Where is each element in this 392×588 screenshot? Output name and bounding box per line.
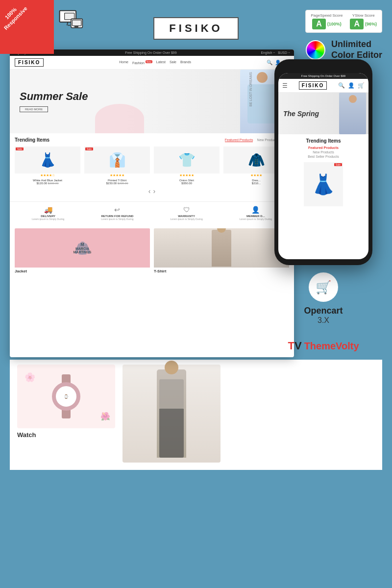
yslow-score: YSlow Score A (96%)	[350, 13, 377, 29]
nav-fashion: Fashion New	[132, 60, 152, 65]
phone-nav: ☰ FISIKO 🔍 👤 🛒	[278, 79, 368, 93]
scores-box: PageSpeed Score A (100%) YSlow Score A (…	[305, 10, 382, 33]
jacket-label: Jacket	[15, 269, 150, 273]
product-stars-2: ★★★★★	[84, 173, 150, 177]
category-section: M MARCIA MARTINUS 🧥 Jacket	[10, 224, 294, 277]
responsive-badge-text: 100% Responsive	[0, 0, 34, 36]
nav-home: Home	[119, 60, 128, 65]
phone-product-card: Sale 👗	[304, 162, 343, 206]
phone-outer: Free Shipping On Order Over $99 ☰ FISIKO…	[274, 59, 372, 265]
warranty-icon: 🛡	[153, 206, 220, 214]
features-row: 🚚 DELIVERY Lorem ipsum is Simply During …	[10, 201, 294, 224]
bottom-products-section: ⌚ 🌸 🌺 Watch	[10, 360, 382, 470]
feature-return: ↩ RETURN FOR REFUND Lorem ipsum is Simpl…	[84, 206, 150, 220]
yslow-grade: A	[350, 19, 364, 29]
pagespeed-value: (100%)	[327, 22, 342, 26]
sale-badge: Sale	[16, 147, 24, 150]
warranty-desc: Lorem ipsum is Simply During	[153, 218, 220, 220]
themevolty-section: TV ThemeVolty	[265, 335, 382, 357]
phone-search-icon: 🔍	[338, 82, 345, 89]
phone-nav-icons: 🔍 👤 🛒	[338, 82, 365, 89]
nav-sale: Sale	[170, 60, 176, 65]
themevolty-text: ThemeVolty	[304, 341, 359, 352]
products-row: Sale 👗 ★★★★☆ White And Blue Jacket $120.…	[15, 147, 289, 185]
phone-tab-new[interactable]: New Products	[313, 150, 334, 154]
delivery-icon: 🚚	[15, 206, 81, 214]
table-row: Sale 👔 ★★★★★ Printed T-Shirt $150.00 $20…	[84, 147, 150, 185]
mockup-nav-links: Home Fashion New Latest Sale Brands	[119, 60, 191, 65]
yslow-label: YSlow Score	[352, 13, 375, 18]
nav-brands: Brands	[180, 60, 191, 65]
hero-button[interactable]: READ MORE	[20, 106, 48, 112]
category-jacket: M MARCIA MARTINUS 🧥 Jacket	[15, 228, 150, 273]
yslow-value: (96%)	[365, 22, 377, 26]
table-row: Sale 👗 ★★★★☆ White And Blue Jacket $120.…	[15, 147, 80, 185]
pagespeed-grade: A	[312, 19, 326, 29]
themevolty-logo: TV ThemeVolty	[270, 340, 377, 352]
next-button[interactable]: ›	[153, 187, 156, 195]
desktop-icon	[59, 10, 83, 31]
mockup-hero: Summer Sale READ MORE BE LOST IN DREAMS	[10, 70, 294, 133]
trending-title: Trending Items	[15, 137, 49, 143]
sale-badge: Sale	[85, 147, 93, 150]
topbar-shipping: Free Shipping On Order Over $99	[125, 51, 176, 54]
svg-rect-5	[73, 20, 81, 26]
responsive-badge: 100% Responsive	[0, 0, 54, 54]
watch-image: ⌚ 🌸 🌺	[17, 365, 115, 428]
mockup-nav-logo: FISIKO	[15, 58, 44, 67]
svg-rect-6	[74, 26, 78, 27]
product-stars-3: ★★★★★	[154, 173, 220, 177]
jacket-image: M MARCIA MARTINUS 🧥	[15, 228, 150, 268]
phone-trending-title: Trending Items	[282, 138, 365, 144]
watch-label: Watch	[17, 431, 115, 439]
phone-topbar: Free Shipping On Order Over $99	[278, 73, 368, 79]
phone-sale-badge: Sale	[334, 163, 342, 166]
phone-tabs: Featured Products New Products Best Sell…	[282, 146, 365, 158]
logo-text: FISIKO	[169, 22, 222, 34]
feature-warranty: 🛡 WARRANTY Lorem ipsum is Simply During	[153, 206, 220, 220]
delivery-desc: Lorem ipsum is Simply During	[15, 218, 81, 220]
trending-header: Trending Items Featured Products New Pro…	[15, 137, 289, 143]
prev-button[interactable]: ‹	[148, 187, 151, 195]
phone-tab-best[interactable]: Best Seller Products	[308, 155, 339, 158]
product-stars-1: ★★★★☆	[15, 173, 80, 177]
phone-product-img: 👗	[304, 162, 343, 206]
tv-icon: TV	[288, 340, 301, 352]
tab-featured[interactable]: Featured Products	[225, 138, 253, 142]
tshirt-model-card	[122, 365, 220, 463]
phone-screen: Free Shipping On Order Over $99 ☰ FISIKO…	[278, 73, 368, 259]
hero-title: Summer Sale	[20, 91, 88, 102]
opencart-title: Opencart	[265, 306, 382, 316]
hero-watermark: BE LOST IN DREAMS	[249, 72, 252, 106]
nav-latest: Latest	[156, 60, 166, 65]
product-price-2: $150.00 $200.00	[84, 182, 150, 185]
phone-logo: FISIKO	[299, 81, 327, 90]
phone-hero-model	[339, 93, 366, 134]
watch-card: ⌚ 🌸 🌺 Watch	[17, 365, 115, 463]
phone-tab-featured[interactable]: Featured Products	[308, 146, 339, 149]
hamburger-icon: ☰	[282, 82, 288, 89]
trending-section: Trending Items Featured Products New Pro…	[10, 133, 294, 201]
feature-delivery: 🚚 DELIVERY Lorem ipsum is Simply During	[15, 206, 81, 220]
phone-notch	[309, 65, 338, 71]
phone-hero-title: The Spring	[278, 105, 324, 122]
product-price-1: $120.00 $200.00	[15, 182, 80, 185]
right-panel: Free Shipping On Order Over $99 ☰ FISIKO…	[265, 49, 382, 357]
tshirt-model-image	[122, 365, 220, 463]
table-row: 👕 ★★★★★ Onion Shirt $350.00	[154, 147, 220, 185]
return-icon: ↩	[84, 206, 150, 214]
pagination: ‹ ›	[15, 185, 289, 197]
product-price-3: $350.00	[154, 182, 220, 185]
phone-cart-icon: 🛒	[358, 82, 365, 89]
phone-hero: The Spring	[278, 93, 368, 134]
product-image-3: 👕	[154, 147, 220, 173]
product-image-1: Sale 👗	[15, 147, 80, 173]
desktop-mockup: +8(291) 335 2355 Free Shipping On Order …	[10, 49, 294, 357]
pagespeed-label: PageSpeed Score	[311, 13, 343, 18]
opencart-cart-icon: 🛒	[309, 272, 338, 302]
hero-pink-shape	[95, 104, 144, 133]
mockup-nav: FISIKO Home Fashion New Latest Sale Bran…	[10, 56, 294, 70]
phone-mockup: Free Shipping On Order Over $99 ☰ FISIKO…	[274, 59, 372, 265]
phone-trending: Trending Items Featured Products New Pro…	[278, 134, 368, 210]
return-desc: Lorem ipsum is Simply During	[84, 218, 150, 220]
